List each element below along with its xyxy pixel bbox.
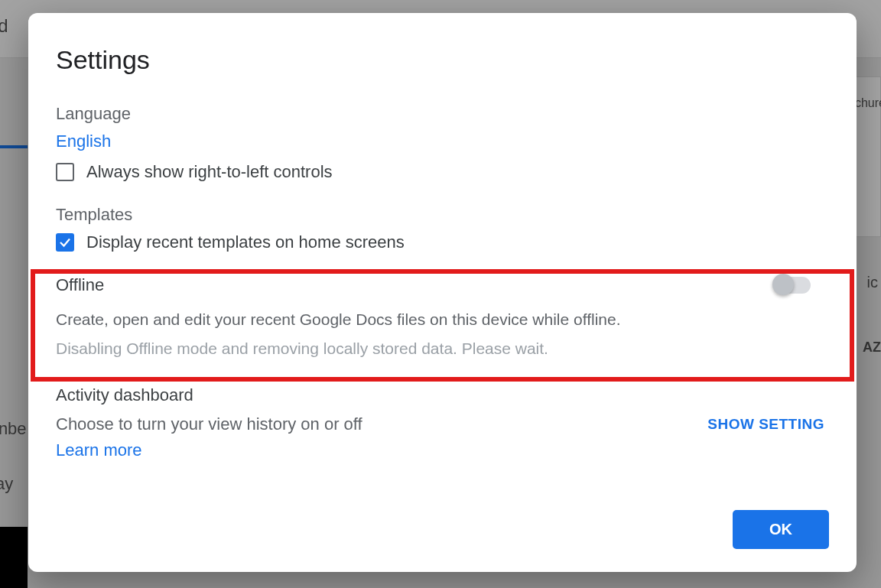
display-templates-checkbox[interactable] (56, 233, 74, 252)
activity-section: Activity dashboard Choose to turn your v… (56, 385, 829, 460)
offline-section: Offline Create, open and edit your recen… (56, 275, 829, 358)
ok-button[interactable]: OK (733, 510, 829, 549)
language-section: Language English Always show right-to-le… (56, 104, 829, 182)
offline-status: Disabling Offline mode and removing loca… (56, 339, 829, 358)
dialog-footer: OK (733, 510, 829, 549)
toggle-knob (772, 274, 794, 295)
offline-heading: Offline (56, 275, 104, 295)
activity-heading: Activity dashboard (56, 385, 829, 405)
rtl-checkbox[interactable] (56, 163, 74, 181)
activity-description: Choose to turn your view history on or o… (56, 414, 362, 434)
language-current-link[interactable]: English (56, 132, 111, 151)
templates-heading: Templates (56, 205, 829, 225)
learn-more-link[interactable]: Learn more (56, 440, 142, 460)
offline-description: Create, open and edit your recent Google… (56, 310, 829, 329)
offline-toggle[interactable] (774, 277, 811, 294)
show-setting-button[interactable]: SHOW SETTING (707, 416, 824, 433)
language-heading: Language (56, 104, 829, 124)
rtl-label: Always show right-to-left controls (86, 162, 333, 182)
dialog-title: Settings (56, 45, 829, 75)
settings-dialog: Settings Language English Always show ri… (28, 13, 857, 572)
display-templates-label: Display recent templates on home screens (86, 232, 405, 252)
templates-section: Templates Display recent templates on ho… (56, 205, 829, 252)
